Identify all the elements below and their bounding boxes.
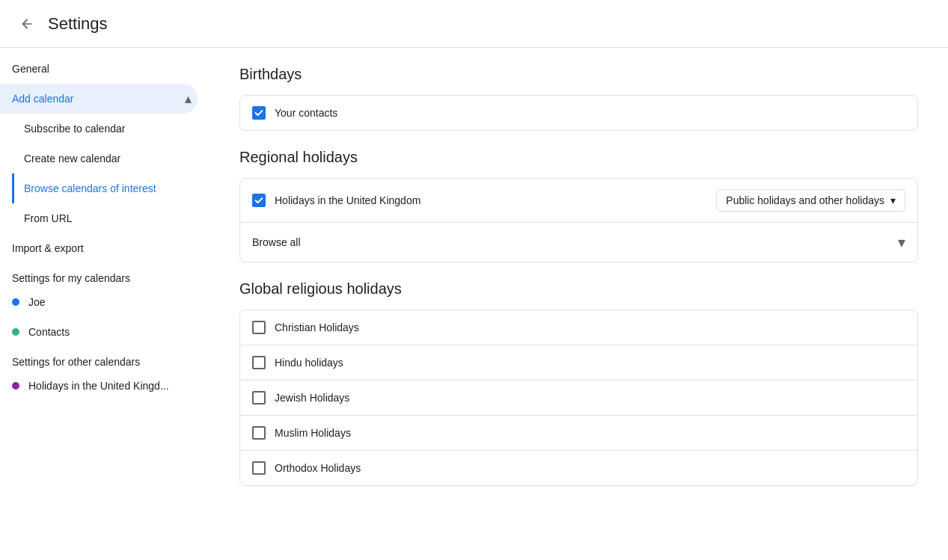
orthodox-label: Orthodox Holidays	[275, 462, 905, 474]
browse-all-row: Browse all ▾	[240, 223, 917, 262]
create-label: Create new calendar	[24, 153, 120, 164]
regional-holidays-card: Holidays in the United Kingdom Public ho…	[239, 178, 918, 262]
import-export-label: Import & export	[12, 242, 84, 254]
back-icon	[19, 16, 34, 31]
contacts-dot	[12, 328, 19, 336]
sidebar-general-label: General	[12, 63, 49, 75]
header: Settings	[0, 0, 948, 48]
jewish-checkbox[interactable]	[252, 391, 266, 404]
global-row-orthodox: Orthodox Holidays	[240, 451, 917, 485]
global-row-jewish: Jewish Holidays	[240, 381, 917, 416]
birthdays-row-your-contacts: Your contacts	[240, 96, 917, 130]
orthodox-checkbox[interactable]	[252, 461, 266, 475]
settings-other-calendars-label: Settings for other calendars	[12, 356, 140, 368]
regional-holidays-section-title: Regional holidays	[239, 149, 918, 166]
global-religious-section-title: Global religious holidays	[239, 280, 918, 298]
uk-holidays-row-label: Holidays in the United Kingdom	[275, 194, 716, 206]
your-contacts-checkbox[interactable]	[252, 106, 266, 120]
regional-row-uk: Holidays in the United Kingdom Public ho…	[240, 179, 917, 223]
dropdown-chevron-icon: ▾	[890, 194, 896, 206]
sidebar-item-create[interactable]: Create new calendar	[12, 144, 198, 173]
muslim-checkbox[interactable]	[252, 426, 266, 440]
page-title: Settings	[48, 14, 108, 34]
contacts-label: Contacts	[28, 326, 70, 338]
back-button[interactable]	[12, 9, 42, 39]
sidebar-item-import-export[interactable]: Import & export	[0, 233, 198, 263]
global-row-hindu: Hindu holidays	[240, 345, 917, 381]
birthdays-section-title: Birthdays	[239, 66, 918, 83]
uk-holidays-dropdown[interactable]: Public holidays and other holidays ▾	[716, 189, 905, 212]
browse-all-chevron-icon[interactable]: ▾	[898, 233, 905, 251]
hindu-checkbox[interactable]	[252, 356, 266, 369]
joe-dot	[12, 298, 19, 306]
check-icon-uk	[254, 196, 263, 205]
uk-holidays-dropdown-value: Public holidays and other holidays	[726, 194, 884, 206]
global-row-muslim: Muslim Holidays	[240, 416, 917, 451]
christian-label: Christian Holidays	[275, 321, 905, 333]
sidebar-item-browse[interactable]: Browse calendars of interest	[12, 173, 198, 203]
uk-holidays-checkbox[interactable]	[252, 194, 266, 207]
birthdays-card: Your contacts	[239, 95, 918, 131]
add-calendar-label: Add calendar	[12, 93, 74, 105]
settings-other-calendars-section: Settings for other calendars	[0, 347, 210, 371]
sidebar: General Add calendar ▴ Subscribe to cale…	[0, 48, 210, 560]
settings-my-calendars-label: Settings for my calendars	[12, 272, 130, 284]
uk-holidays-label: Holidays in the United Kingd...	[28, 380, 169, 392]
your-contacts-label: Your contacts	[275, 107, 905, 119]
sidebar-item-joe[interactable]: Joe	[0, 287, 198, 317]
global-religious-card: Christian Holidays Hindu holidays Jewish…	[239, 310, 918, 486]
chevron-up-icon: ▴	[185, 90, 192, 107]
sidebar-item-general[interactable]: General	[0, 54, 198, 84]
main-content: Birthdays Your contacts Regional holiday…	[210, 48, 948, 560]
add-calendar-subitems: Subscribe to calendar Create new calenda…	[0, 114, 210, 233]
jewish-label: Jewish Holidays	[275, 392, 905, 404]
global-row-christian: Christian Holidays	[240, 310, 917, 345]
check-icon	[254, 108, 263, 117]
sidebar-item-subscribe[interactable]: Subscribe to calendar	[12, 114, 198, 144]
sidebar-item-uk-holidays[interactable]: Holidays in the United Kingd...	[0, 371, 198, 401]
subscribe-label: Subscribe to calendar	[24, 123, 125, 135]
sidebar-item-url[interactable]: From URL	[12, 203, 198, 233]
browse-all-label: Browse all	[252, 236, 301, 248]
url-label: From URL	[24, 212, 73, 224]
sidebar-item-add-calendar[interactable]: Add calendar ▴	[0, 84, 198, 114]
sidebar-item-contacts[interactable]: Contacts	[0, 317, 198, 347]
christian-checkbox[interactable]	[252, 321, 266, 334]
joe-label: Joe	[28, 296, 46, 308]
main-layout: General Add calendar ▴ Subscribe to cale…	[0, 48, 948, 560]
muslim-label: Muslim Holidays	[275, 427, 905, 439]
settings-my-calendars-section: Settings for my calendars	[0, 263, 210, 287]
uk-holidays-dot	[12, 382, 19, 390]
browse-label: Browse calendars of interest	[24, 182, 156, 194]
hindu-label: Hindu holidays	[275, 357, 905, 369]
